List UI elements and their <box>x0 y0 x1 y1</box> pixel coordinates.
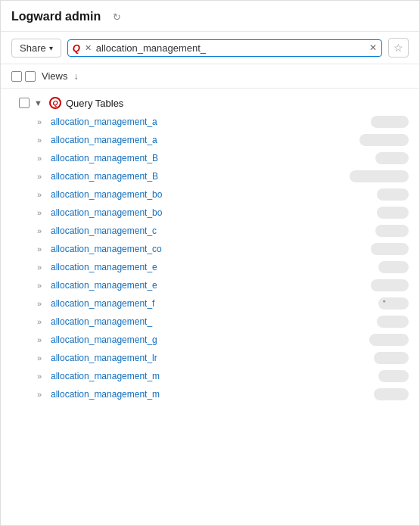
item-expand-icon: » <box>37 154 46 163</box>
chevron-down-icon: ▾ <box>49 44 53 52</box>
list-item[interactable]: » allocation_management_m <box>1 385 419 403</box>
item-badge <box>378 261 409 273</box>
app-container: Logward admin ↻ Share ▾ Q ✕ ✕ ☆ Views ↓ … <box>0 0 420 526</box>
list-item[interactable]: » allocation_management_a <box>1 131 419 149</box>
refresh-icon[interactable]: ↻ <box>113 11 121 23</box>
tree-section-query-tables: ▼ Q Query Tables » allocation_management… <box>1 92 419 405</box>
item-expand-icon: » <box>37 135 46 145</box>
checkbox-area <box>11 71 36 82</box>
item-expand-icon: » <box>37 335 46 344</box>
item-badge <box>375 152 409 164</box>
item-expand-icon: » <box>37 208 46 217</box>
item-expand-icon: » <box>37 390 46 399</box>
search-clear-icon[interactable]: ✕ <box>369 42 377 53</box>
item-badge <box>371 279 409 291</box>
item-badge <box>374 388 409 400</box>
item-expand-icon: » <box>37 317 46 326</box>
tree-items-list: » allocation_management_a » allocation_m… <box>1 113 419 403</box>
search-bar: Q ✕ ✕ <box>67 39 382 57</box>
item-expand-icon: » <box>37 372 46 381</box>
list-item[interactable]: » allocation_management_ <box>1 313 419 331</box>
item-expand-icon: » <box>37 353 46 363</box>
select-all-checkbox[interactable] <box>11 71 22 82</box>
item-badge <box>371 243 409 255</box>
item-badge <box>377 188 409 201</box>
item-expand-icon: » <box>37 263 46 272</box>
tree-content: ▼ Q Query Tables » allocation_management… <box>1 89 419 408</box>
item-badge <box>377 207 409 219</box>
item-badge <box>378 370 409 382</box>
search-input[interactable] <box>96 42 366 54</box>
item-expand-icon: » <box>37 172 46 181</box>
list-item[interactable]: » allocation_management_B <box>1 149 419 167</box>
list-item[interactable]: » allocation_management_bo <box>1 204 419 222</box>
header: Logward admin ↻ <box>1 1 419 32</box>
section-checkbox[interactable] <box>19 98 30 108</box>
item-expand-icon: » <box>37 226 46 235</box>
item-badge <box>371 116 409 128</box>
list-item[interactable]: » allocation_management_e <box>1 276 419 294</box>
list-item[interactable]: » allocation_management_B <box>1 167 419 185</box>
item-expand-icon: » <box>37 299 46 308</box>
item-badge <box>377 316 409 328</box>
list-item[interactable]: » allocation_management_f " <box>1 294 419 313</box>
item-expand-icon: » <box>37 190 46 199</box>
list-item[interactable]: » allocation_management_m <box>1 367 419 385</box>
item-expand-icon: » <box>37 117 46 126</box>
item-badge <box>374 352 409 364</box>
app-title: Logward admin <box>11 10 101 23</box>
sort-icon[interactable]: ↓ <box>73 71 78 82</box>
item-badge <box>350 170 409 182</box>
search-tag-close-icon[interactable]: ✕ <box>83 43 93 53</box>
list-item[interactable]: » allocation_management_bo <box>1 185 419 204</box>
views-label: Views <box>42 70 67 82</box>
select-partial-checkbox[interactable] <box>25 71 36 82</box>
query-search-icon: Q <box>73 42 80 54</box>
query-tables-icon: Q <box>49 97 61 109</box>
section-label: Query Tables <box>66 98 123 109</box>
share-button[interactable]: Share ▾ <box>11 39 61 58</box>
toolbar: Share ▾ Q ✕ ✕ ☆ <box>1 32 419 64</box>
list-item[interactable]: » allocation_management_e <box>1 258 419 276</box>
list-item[interactable]: » allocation_management_c <box>1 222 419 240</box>
item-badge <box>369 334 409 346</box>
item-badge: " <box>378 297 409 310</box>
list-item[interactable]: » allocation_management_a <box>1 113 419 131</box>
item-expand-icon: » <box>37 281 46 290</box>
views-row: Views ↓ <box>1 64 419 89</box>
star-button[interactable]: ☆ <box>388 38 409 58</box>
item-expand-icon: » <box>37 244 46 254</box>
item-badge <box>359 134 409 146</box>
list-item[interactable]: » allocation_management_g <box>1 331 419 349</box>
item-badge <box>375 225 409 237</box>
share-label: Share <box>20 42 46 54</box>
query-tables-section-header[interactable]: ▼ Q Query Tables <box>1 93 419 113</box>
list-item[interactable]: » allocation_management_lr <box>1 349 419 367</box>
list-item[interactable]: » allocation_management_co <box>1 240 419 258</box>
collapse-icon: ▼ <box>34 98 45 107</box>
